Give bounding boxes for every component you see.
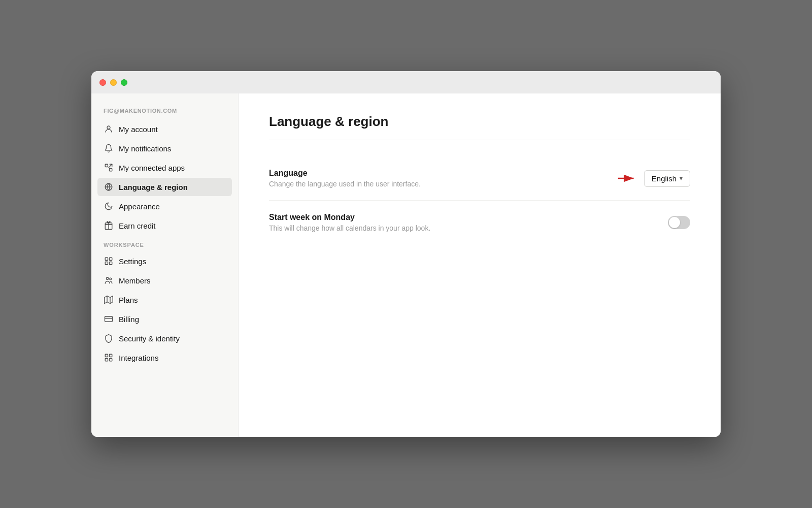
sidebar-item-billing[interactable]: Billing xyxy=(97,310,232,328)
main-content: Language & region Language Change the la… xyxy=(239,93,721,437)
user-icon xyxy=(104,124,114,134)
sidebar-item-language-region[interactable]: Language & region xyxy=(97,178,232,196)
svg-rect-20 xyxy=(110,359,112,361)
sidebar-item-my-account[interactable]: My account xyxy=(97,120,232,138)
svg-rect-8 xyxy=(105,262,108,265)
grid-icon xyxy=(104,353,114,363)
close-button[interactable] xyxy=(99,79,106,86)
moon-icon xyxy=(104,201,114,211)
svg-rect-9 xyxy=(110,262,112,265)
svg-rect-19 xyxy=(105,359,108,361)
sidebar-item-label: Settings xyxy=(119,257,146,266)
sidebar: FIG@MAKENOTION.COM My account My notific… xyxy=(91,93,239,437)
title-divider xyxy=(269,140,690,140)
language-setting-desc: Change the language used in the user int… xyxy=(269,180,617,188)
shield-icon xyxy=(104,333,114,343)
language-dropdown[interactable]: English ▾ xyxy=(644,170,690,187)
users-icon xyxy=(104,275,114,285)
start-week-setting-info: Start week on Monday This will change ho… xyxy=(269,213,668,232)
globe-icon xyxy=(104,182,114,192)
language-value: English xyxy=(652,174,676,183)
page-title: Language & region xyxy=(269,114,690,130)
svg-rect-17 xyxy=(105,354,108,357)
start-week-setting-control xyxy=(668,216,690,229)
sidebar-item-label: Earn credit xyxy=(119,221,156,230)
maximize-button[interactable] xyxy=(121,79,127,86)
credit-card-icon xyxy=(104,314,114,324)
svg-rect-7 xyxy=(110,258,112,260)
app-window: FIG@MAKENOTION.COM My account My notific… xyxy=(91,71,721,437)
start-week-setting-row: Start week on Monday This will change ho… xyxy=(269,201,690,244)
svg-point-10 xyxy=(107,277,109,280)
svg-marker-12 xyxy=(105,296,113,304)
window-content: FIG@MAKENOTION.COM My account My notific… xyxy=(91,93,721,437)
svg-rect-15 xyxy=(105,316,113,322)
sidebar-item-security-identity[interactable]: Security & identity xyxy=(97,329,232,347)
sidebar-item-label: Appearance xyxy=(119,202,160,211)
arrow-annotation xyxy=(617,171,638,185)
external-link-icon xyxy=(104,163,114,173)
svg-rect-6 xyxy=(105,258,108,260)
start-week-setting-desc: This will change how all calendars in yo… xyxy=(269,224,668,232)
minimize-button[interactable] xyxy=(110,79,117,86)
language-setting-row: Language Change the language used in the… xyxy=(269,156,690,201)
bell-icon xyxy=(104,143,114,153)
sidebar-item-my-connected-apps[interactable]: My connected apps xyxy=(97,158,232,177)
sidebar-item-label: My notifications xyxy=(119,144,171,153)
svg-point-11 xyxy=(110,278,112,280)
sidebar-item-my-notifications[interactable]: My notifications xyxy=(97,139,232,157)
chevron-down-icon: ▾ xyxy=(680,175,683,182)
sidebar-item-members[interactable]: Members xyxy=(97,271,232,290)
workspace-section-label: WORKSPACE xyxy=(97,236,232,252)
settings-icon xyxy=(104,256,114,266)
sidebar-item-label: Plans xyxy=(119,296,138,304)
start-week-setting-label: Start week on Monday xyxy=(269,213,668,222)
user-email: FIG@MAKENOTION.COM xyxy=(97,106,232,120)
start-week-toggle[interactable] xyxy=(668,216,690,229)
sidebar-item-plans[interactable]: Plans xyxy=(97,291,232,309)
map-icon xyxy=(104,295,114,305)
language-setting-control: English ▾ xyxy=(617,170,690,187)
sidebar-item-label: My account xyxy=(119,125,158,134)
gift-icon xyxy=(104,220,114,231)
language-setting-info: Language Change the language used in the… xyxy=(269,169,617,188)
sidebar-item-label: My connected apps xyxy=(119,164,185,172)
sidebar-item-settings[interactable]: Settings xyxy=(97,252,232,270)
svg-point-0 xyxy=(107,126,110,129)
language-setting-label: Language xyxy=(269,169,617,178)
sidebar-item-appearance[interactable]: Appearance xyxy=(97,197,232,215)
svg-rect-2 xyxy=(110,169,112,171)
titlebar xyxy=(91,71,721,93)
svg-rect-1 xyxy=(105,164,108,167)
sidebar-item-label: Language & region xyxy=(119,183,188,192)
sidebar-item-label: Security & identity xyxy=(119,334,180,343)
sidebar-item-earn-credit[interactable]: Earn credit xyxy=(97,216,232,235)
sidebar-item-integrations[interactable]: Integrations xyxy=(97,348,232,367)
sidebar-item-label: Integrations xyxy=(119,354,158,362)
sidebar-item-label: Billing xyxy=(119,315,139,324)
sidebar-item-label: Members xyxy=(119,276,151,285)
svg-rect-18 xyxy=(110,354,112,357)
